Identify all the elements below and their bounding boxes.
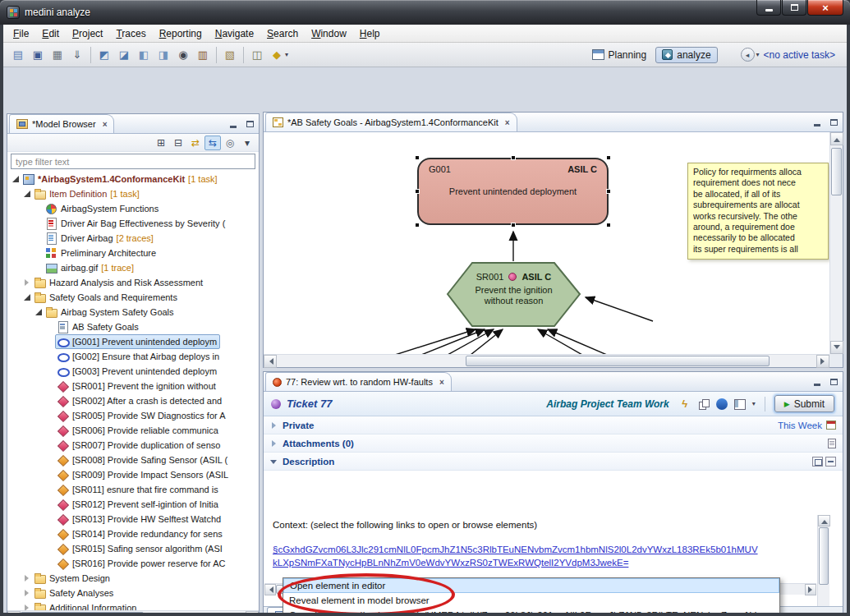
task-chat-icon[interactable]: ◧: [135, 46, 153, 64]
tree-item[interactable]: AirbagSystem Functions: [7, 201, 259, 216]
selection-handle[interactable]: [415, 155, 420, 160]
tree-item[interactable]: Driver Airbag[2 traces]: [7, 231, 259, 246]
tree-item[interactable]: Hazard Analysis and Risk Assessment: [7, 275, 259, 290]
tree-item[interactable]: [SR007] Provide duplication of senso: [7, 438, 259, 453]
scroll-down-button[interactable]: [830, 341, 843, 354]
selection-handle[interactable]: [606, 223, 611, 228]
collapse-all-icon[interactable]: ⊟: [170, 136, 186, 150]
info-icon[interactable]: [716, 398, 728, 410]
tree-item[interactable]: [SR002] After a crash is detected and: [7, 393, 259, 408]
context-menu-item[interactable]: Open element in editor: [283, 578, 779, 593]
save-icon[interactable]: ▣: [29, 46, 47, 64]
tree-item[interactable]: [SR006] Provide reliable communica: [7, 423, 259, 438]
twistie-expanded-icon[interactable]: [11, 174, 21, 184]
active-task-label[interactable]: <no active task>: [764, 49, 835, 61]
link-editor-icon[interactable]: ⇄: [187, 136, 204, 150]
export-icon[interactable]: ⇓: [68, 46, 86, 64]
scroll-thumb[interactable]: [831, 148, 842, 195]
close-tab-icon[interactable]: ×: [103, 120, 108, 129]
scroll-thumb[interactable]: [819, 527, 829, 585]
maximize-view-button[interactable]: [826, 375, 841, 388]
edit-icon[interactable]: [825, 457, 836, 467]
tree-item[interactable]: [G002] Ensure that Airbag deploys in: [7, 349, 259, 364]
layout-icon[interactable]: [733, 398, 747, 411]
tree-item[interactable]: Safety Goals and Requirements: [7, 290, 259, 305]
tree-item[interactable]: System Design: [7, 571, 259, 586]
requirement-shape-sr001[interactable]: SR001 ASIL C Prevent the ignition withou…: [448, 263, 580, 326]
twistie-expanded-icon[interactable]: [22, 292, 32, 302]
selection-handle[interactable]: [511, 155, 516, 160]
scroll-left-button[interactable]: [264, 584, 276, 595]
scroll-left-button[interactable]: [264, 355, 277, 368]
twistie-expanded-icon[interactable]: [22, 189, 32, 199]
tree-item[interactable]: airbag.gif[1 trace]: [7, 260, 259, 275]
context-menu-item[interactable]: Open URL https://projects.ikv.de/UMEDA/w…: [283, 608, 779, 613]
minimize-view-button[interactable]: [226, 117, 241, 131]
diagram-note[interactable]: Policy for requirments allocarequirement…: [687, 163, 829, 260]
chevron-down-icon[interactable]: ▾: [285, 51, 288, 58]
tree-item[interactable]: [SR009] Provide Impact Sensors (ASIL: [7, 467, 259, 482]
maximize-view-button[interactable]: [826, 116, 841, 129]
scroll-up-button[interactable]: [818, 515, 830, 526]
lightning-icon[interactable]: ϟ: [678, 398, 691, 411]
editor-tab[interactable]: *AB Safety Goals - AirbagSystem1.4Confor…: [265, 113, 517, 131]
perspective-analyze-button[interactable]: analyze: [655, 47, 717, 63]
tree-item[interactable]: AB Safety Goals: [7, 319, 259, 334]
menu-project[interactable]: Project: [66, 26, 109, 41]
scroll-left-button[interactable]: [7, 611, 21, 613]
sync-view-icon[interactable]: ◎: [222, 136, 238, 150]
tree-item[interactable]: Driver Air Bag Effectiveness by Severity…: [7, 216, 259, 231]
tree-item[interactable]: [SR014] Provide redundancy for sens: [7, 526, 259, 541]
attachment-icon[interactable]: [828, 439, 836, 448]
scroll-right-button[interactable]: [246, 611, 259, 613]
selection-handle[interactable]: [606, 189, 611, 194]
selection-handle[interactable]: [415, 223, 420, 228]
scroll-up-button[interactable]: [830, 132, 843, 145]
copy-icon[interactable]: [697, 398, 710, 411]
menu-reporting[interactable]: Reporting: [153, 26, 209, 41]
twistie-collapsed-icon[interactable]: [22, 573, 32, 583]
open-resource-icon[interactable]: ◫: [248, 46, 266, 64]
tree-item[interactable]: [SR001] Prevent the ignition without: [7, 379, 259, 393]
goal-shape-g001[interactable]: G001 ASIL C Prevent unintended deploymen…: [417, 158, 609, 225]
element-link-line2[interactable]: kLXpSNmFXaTNycHpBLnNhZmV0eWdvYWxzRS0zTWE…: [273, 556, 808, 569]
editor-horizontal-scrollbar[interactable]: [264, 354, 829, 367]
tree-item[interactable]: [G003] Prevent unintended deploym: [7, 364, 259, 379]
clipboard-icon[interactable]: ▧: [221, 46, 239, 64]
tree-horizontal-scrollbar[interactable]: [7, 610, 259, 613]
element-link-line1[interactable]: §cGxhdGZvcm06L3Jlc291cmNlL0FpcmJhZ1N5c3R…: [273, 543, 808, 556]
close-tab-icon[interactable]: ×: [439, 378, 444, 387]
task-history-button[interactable]: ◂ ▾: [741, 48, 760, 62]
model-browser-tab[interactable]: *Model Browser ×: [9, 114, 114, 133]
maximize-view-button[interactable]: [242, 117, 257, 131]
twistie-expanded-icon[interactable]: [270, 457, 278, 466]
search-icon[interactable]: ◉: [174, 46, 192, 64]
menu-traces[interactable]: Traces: [109, 26, 152, 41]
selection-handle[interactable]: [511, 223, 516, 228]
task-find-icon[interactable]: ◨: [154, 46, 172, 64]
close-button[interactable]: ×: [807, 0, 843, 16]
twistie-collapsed-icon[interactable]: [270, 439, 278, 448]
twistie-collapsed-icon[interactable]: [22, 588, 32, 598]
description-vertical-scrollbar[interactable]: [817, 515, 829, 613]
tree-item[interactable]: [SR005] Provide SW Diagnostics for A: [7, 408, 259, 423]
twistie-collapsed-icon[interactable]: [22, 603, 32, 610]
book-icon[interactable]: ▥: [194, 46, 212, 64]
tree-item[interactable]: *AirbagSystem1.4ConformanceKit[1 task]: [7, 172, 259, 186]
minimize-view-button[interactable]: [810, 375, 825, 388]
scroll-thumb[interactable]: [466, 356, 770, 366]
maximize-button[interactable]: [782, 0, 806, 16]
selection-handle[interactable]: [606, 155, 611, 160]
twistie-expanded-icon[interactable]: [34, 307, 44, 317]
context-menu-item[interactable]: Reveal element in model browser: [283, 593, 779, 608]
editor-vertical-scrollbar[interactable]: [829, 132, 843, 354]
tree-item[interactable]: [SR013] Provide HW Selftest Watchd: [7, 512, 259, 526]
tree-item[interactable]: Safety Analyses: [7, 586, 259, 600]
scroll-right-button[interactable]: [805, 584, 816, 595]
menu-help[interactable]: Help: [353, 26, 387, 41]
scheduled-link[interactable]: This Week: [778, 421, 822, 430]
focus-task-icon[interactable]: ⇆: [204, 136, 221, 150]
minimize-view-button[interactable]: [810, 116, 825, 129]
chevron-down-icon[interactable]: ▾: [752, 400, 756, 407]
preview-icon[interactable]: [812, 457, 823, 467]
